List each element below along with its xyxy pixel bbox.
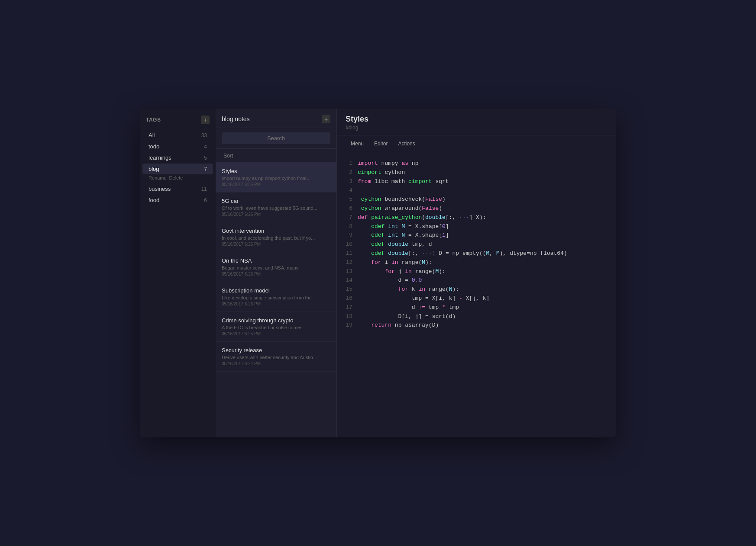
editor-header: Styles #blog [337, 109, 616, 135]
sidebar: Tags + All 33 todo 4 learnings 5 blog 7 … [140, 109, 216, 437]
note-item-styles[interactable]: Styles import numpy as np cimport cython… [216, 163, 336, 193]
rename-link[interactable]: Rename [149, 175, 167, 180]
actions-button[interactable]: Actions [393, 139, 420, 148]
sort-bar: Sort [216, 149, 336, 163]
add-tag-button[interactable]: + [201, 116, 210, 124]
note-preview: Began master keys, and NSA, many [222, 265, 330, 270]
sidebar-item-label: blog [149, 166, 159, 172]
sidebar-item-count: 6 [204, 197, 207, 203]
sidebar-item-business[interactable]: business 11 [142, 183, 213, 194]
code-line: 14 d = 0.0 [346, 276, 607, 285]
note-date: 05/16/2017 6:25 PM [222, 331, 330, 336]
sidebar-item-learnings[interactable]: learnings 5 [142, 152, 213, 163]
note-preview: A the FTC is breached or solve crimes [222, 325, 330, 330]
note-date: 05/16/2017 6:26 PM [222, 302, 330, 306]
note-date: 05/16/2017 6:24 PM [222, 361, 330, 366]
blog-rename-delete: Rename Delete [142, 175, 216, 183]
notes-list-header: blog notes + [216, 109, 336, 128]
code-line: 10 cdef double tmp, d [346, 240, 607, 249]
note-preview: In cool, and accelerating the past, but … [222, 235, 330, 241]
sidebar-item-food[interactable]: food 6 [142, 195, 213, 206]
sort-button[interactable]: Sort [222, 152, 235, 160]
code-line: 8 cdef int M = X.shape[0] [346, 222, 607, 231]
code-line: 7 def pairwise_cython(double[:, ···] X): [346, 213, 607, 222]
sidebar-item-todo[interactable]: todo 4 [142, 141, 213, 152]
code-line: 13 for j in range(M): [346, 267, 607, 276]
sidebar-item-label: food [149, 197, 159, 203]
note-item-subscription[interactable]: Subscription model Like develop a single… [216, 282, 336, 312]
editor-title: Styles [346, 115, 607, 124]
note-preview: import numpy as np cimport cython from..… [222, 176, 330, 181]
note-title: On the NSA [222, 257, 330, 264]
note-preview: Of to work, even have suggested 5G sound… [222, 206, 330, 211]
code-line: 18 D[i, j] = sqrt(d) [346, 312, 607, 321]
note-item-govt[interactable]: Govt intervention In cool, and accelerat… [216, 222, 336, 252]
notes-scroll: Styles import numpy as np cimport cython… [216, 163, 336, 437]
note-title: Subscription model [222, 287, 330, 294]
note-item-5gcar[interactable]: 5G car Of to work, even have suggested 5… [216, 193, 336, 222]
code-line: 3 from libc math cimport sqrt [346, 177, 607, 186]
search-bar [216, 128, 336, 149]
code-line: 16 tmp = X[i, k] - X[j, k] [346, 294, 607, 303]
add-note-button[interactable]: + [322, 115, 330, 123]
note-title: 5G car [222, 198, 330, 204]
code-line: 17 d += tmp * tmp [346, 303, 607, 312]
sidebar-item-count: 7 [204, 166, 207, 172]
sidebar-item-label: todo [149, 143, 159, 150]
note-title: Crime solving through crypto [222, 317, 330, 324]
note-date: 05/16/2017 6:55 PM [222, 182, 330, 187]
sidebar-item-count: 11 [201, 186, 207, 192]
code-line: 2 cimport cython [346, 168, 607, 177]
app-container: Tags + All 33 todo 4 learnings 5 blog 7 … [140, 109, 616, 437]
delete-link[interactable]: Delete [169, 175, 183, 180]
note-preview: Derive users with better security and Au… [222, 355, 330, 360]
code-line: 4 [346, 186, 607, 195]
note-date: 05/16/2017 6:26 PM [222, 242, 330, 247]
note-title: Styles [222, 168, 330, 174]
code-line: 12 for i in range(M): [346, 258, 607, 267]
sidebar-item-label: All [149, 132, 155, 138]
note-title: Govt intervention [222, 228, 330, 234]
notes-list-title: blog notes [222, 116, 250, 122]
code-line: 6 cython wraparound(False) [346, 204, 607, 213]
note-item-security[interactable]: Security release Derive users with bette… [216, 342, 336, 372]
sidebar-item-count: 4 [204, 144, 207, 150]
menu-button[interactable]: Menu [346, 139, 369, 148]
note-item-crime[interactable]: Crime solving through crypto A the FTC i… [216, 312, 336, 342]
search-input[interactable] [222, 132, 330, 144]
note-item-nsa[interactable]: On the NSA Began master keys, and NSA, m… [216, 252, 336, 282]
code-block: 1 import numpy as np 2 cimport cython 3 … [346, 159, 607, 330]
sidebar-item-blog[interactable]: blog 7 [142, 164, 213, 174]
editor-pane: Styles #blog Menu Editor Actions 1 impor… [337, 109, 616, 437]
notes-list: blog notes + Sort Styles import numpy as… [216, 109, 337, 437]
editor-tag: #blog [346, 125, 607, 131]
note-date: 05/16/2017 6:26 PM [222, 212, 330, 217]
sidebar-item-count: 33 [201, 132, 207, 138]
code-line: 19 return np asarray(D) [346, 321, 607, 330]
tags-label: Tags [146, 117, 161, 123]
code-line: 9 cdef int N = X.shape[1] [346, 231, 607, 240]
code-line: 15 for k in range(N): [346, 285, 607, 294]
note-title: Security release [222, 347, 330, 353]
sidebar-header: Tags + [140, 116, 216, 129]
sidebar-item-all[interactable]: All 33 [142, 130, 213, 141]
code-line: 1 import numpy as np [346, 159, 607, 168]
note-date: 05/16/2017 6:26 PM [222, 272, 330, 276]
editor-toolbar: Menu Editor Actions [337, 135, 616, 152]
sidebar-item-label: learnings [149, 154, 171, 161]
sidebar-item-label: business [149, 186, 171, 192]
editor-content: 1 import numpy as np 2 cimport cython 3 … [337, 152, 616, 437]
note-preview: Like develop a single subscription from … [222, 295, 330, 300]
editor-button[interactable]: Editor [369, 139, 393, 148]
code-line: 5 cython boundscheck(False) [346, 195, 607, 204]
code-line: 11 cdef double[:, ···] D = np empty((M, … [346, 249, 607, 258]
sidebar-item-count: 5 [204, 155, 207, 161]
